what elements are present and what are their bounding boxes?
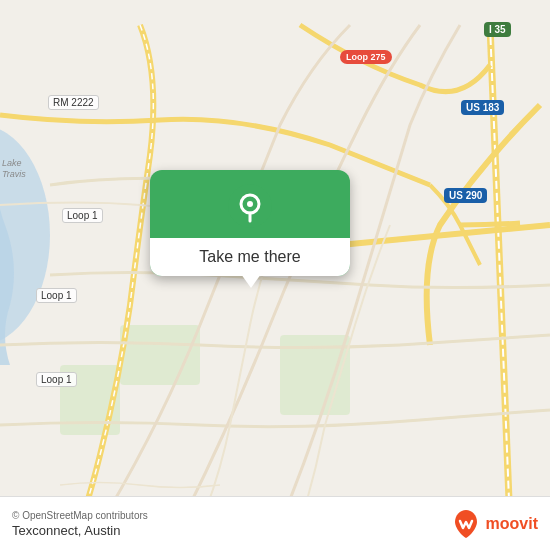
take-me-there-button[interactable]: Take me there [150, 238, 350, 276]
bottom-bar: © OpenStreetMap contributors Texconnect,… [0, 496, 550, 550]
i35-label: I 35 [484, 22, 511, 37]
rm-2222-label: RM 2222 [48, 95, 99, 110]
location-label: Texconnect, Austin [12, 523, 148, 538]
svg-line-6 [340, 225, 550, 245]
bottom-left-info: © OpenStreetMap contributors Texconnect,… [12, 510, 148, 538]
loop1-label-1: Loop 1 [62, 208, 103, 223]
loop1-label-3: Loop 1 [36, 372, 77, 387]
popup-card[interactable]: Take me there [150, 170, 350, 276]
moovit-icon [450, 508, 482, 540]
location-pin-icon [228, 184, 272, 228]
attribution-text: © OpenStreetMap contributors [12, 510, 148, 521]
svg-point-9 [247, 201, 253, 207]
loop1-label-2: Loop 1 [36, 288, 77, 303]
moovit-logo[interactable]: moovit [450, 508, 538, 540]
loop275-label: Loop 275 [340, 50, 392, 64]
us290-label: US 290 [444, 188, 487, 203]
lake-travis-label: LakeTravis [2, 158, 26, 180]
us183-label: US 183 [461, 100, 504, 115]
moovit-text: moovit [486, 515, 538, 533]
popup-tail [241, 274, 261, 288]
popup-icon-area [214, 170, 286, 238]
map-container: RM 2222 Loop 1 Loop 1 Loop 1 LakeTravis … [0, 0, 550, 550]
